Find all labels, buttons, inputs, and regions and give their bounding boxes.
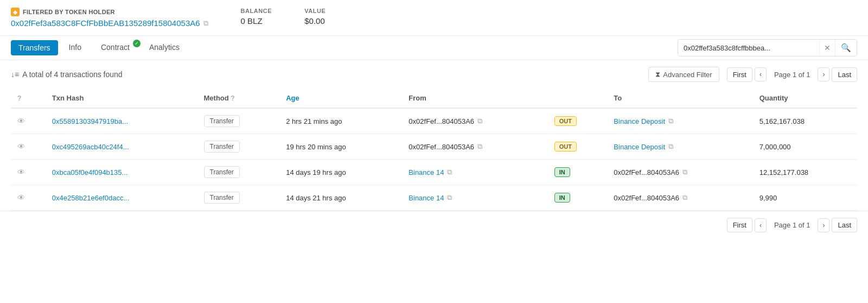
eye-icon[interactable]: 👁 [17,142,25,151]
last-page-button-bottom[interactable]: Last [832,218,857,232]
next-page-button-top[interactable]: › [818,67,829,81]
eye-cell: 👁 [11,185,46,211]
col-direction [548,89,608,108]
from-copy-icon[interactable]: ⧉ [477,117,482,125]
next-page-button-bottom[interactable]: › [818,218,829,232]
from-copy-icon[interactable]: ⧉ [447,168,452,176]
prev-page-button-bottom[interactable]: ‹ [755,218,767,232]
from-cell: Binance 14 ⧉ [402,160,547,185]
to-copy-icon[interactable]: ⧉ [668,142,673,151]
from-address-link[interactable]: Binance 14 [409,194,444,202]
tab-contract[interactable]: Contract ✓ [92,36,138,60]
txn-hash-link[interactable]: 0x4e258b21e6ef0dacc... [52,194,129,202]
filter-funnel-icon: ⧗ [655,70,660,79]
method-cell: Transfer [197,185,280,211]
eye-icon[interactable]: 👁 [17,168,25,176]
top-pagination: ⧗ Advanced Filter First ‹ Page 1 of 1 › … [648,67,857,82]
to-copy-icon[interactable]: ⧉ [682,193,687,202]
eye-cell: 👁 [11,160,46,185]
eye-cell: 👁 [11,108,46,134]
to-cell: Binance Deposit ⧉ [607,134,752,160]
balance-group: BALANCE 0 BLZ [241,8,272,26]
last-page-button-top[interactable]: Last [832,67,857,82]
table-row: 👁 0xc495269acb40c24f4... Transfer 19 hrs… [11,134,857,160]
filter-label: ◆ FILTERED BY TOKEN HOLDER [11,8,208,16]
page-info-bottom: Page 1 of 1 [769,218,816,232]
eye-icon[interactable]: 👁 [17,193,25,202]
toolbar: ↓≡ A total of 4 transactions found ⧗ Adv… [0,60,868,89]
age-cell: 14 days 19 hrs ago [279,160,402,185]
search-button[interactable]: 🔍 [835,40,857,56]
value-group: VALUE $0.00 [304,8,326,26]
quantity-cell: 5,162,167.038 [753,108,857,134]
quantity-value: 7,000,000 [760,143,791,151]
to-cell: 0x02fFef...804053A6 ⧉ [607,160,752,185]
quantity-cell: 12,152,177.038 [753,160,857,185]
col-method: Method ? [197,89,280,108]
question-icon[interactable]: ? [17,94,21,102]
txn-hash-cell: 0xbca05f0e4f094b135... [46,160,197,185]
col-age: Age [279,89,402,108]
sort-icon: ↓≡ [11,70,19,79]
contract-verified-icon: ✓ [133,40,141,47]
first-page-button-bottom[interactable]: First [727,218,752,232]
to-address-link[interactable]: Binance Deposit [614,117,665,125]
direction-badge: OUT [554,142,577,152]
table-row: 👁 0xbca05f0e4f094b135... Transfer 14 day… [11,160,857,185]
eye-icon[interactable]: 👁 [17,117,25,125]
col-txn-hash: Txn Hash [46,89,197,108]
method-badge: Transfer [204,115,240,127]
from-address: 0x02fFef...804053A6 [409,117,474,125]
method-badge: Transfer [204,192,240,204]
from-address-link[interactable]: Binance 14 [409,168,444,176]
quantity-value: 12,152,177.038 [760,168,808,176]
tab-transfers[interactable]: Transfers [11,40,58,55]
from-cell: 0x02fFef...804053A6 ⧉ [402,108,547,134]
to-address: 0x02fFef...804053A6 [614,194,679,202]
tab-info[interactable]: Info [60,36,90,60]
advanced-filter-button[interactable]: ⧗ Advanced Filter [648,67,719,82]
direction-cell: OUT [548,134,608,160]
col-quantity: Quantity [753,89,857,108]
table-row: 👁 0x4e258b21e6ef0dacc... Transfer 14 day… [11,185,857,211]
direction-badge: IN [554,193,570,203]
age-cell: 2 hrs 21 mins ago [279,108,402,134]
tab-analytics[interactable]: Analytics [141,36,188,60]
search-input[interactable] [678,41,819,55]
method-cell: Transfer [197,134,280,160]
txn-hash-cell: 0x55891303947919ba... [46,108,197,134]
col-from: From [402,89,547,108]
direction-cell: IN [548,185,608,211]
txn-hash-link[interactable]: 0x55891303947919ba... [52,117,128,125]
to-copy-icon[interactable]: ⧉ [682,168,687,176]
txn-hash-link[interactable]: 0xc495269acb40c24f4... [52,143,129,151]
col-to: To [607,89,752,108]
bottom-pagination: First ‹ Page 1 of 1 › Last [0,211,868,239]
from-copy-icon[interactable]: ⧉ [477,142,482,151]
search-clear-button[interactable]: ✕ [819,40,835,55]
from-cell: Binance 14 ⧉ [402,185,547,211]
to-cell: Binance Deposit ⧉ [607,108,752,134]
to-cell: 0x02fFef...804053A6 ⧉ [607,185,752,211]
prev-page-button-top[interactable]: ‹ [755,67,767,81]
quantity-cell: 9,990 [753,185,857,211]
method-cell: Transfer [197,160,280,185]
tabs-bar: Transfers Info Contract ✓ Analytics ✕ 🔍 [0,36,868,60]
from-copy-icon[interactable]: ⧉ [447,193,452,202]
method-help-icon[interactable]: ? [231,94,234,102]
age-cell: 14 days 21 hrs ago [279,185,402,211]
search-bar: ✕ 🔍 [678,39,857,56]
copy-address-icon[interactable]: ⧉ [203,19,208,28]
token-holder-address[interactable]: 0x02fFef3a583C8FCfFbBbEAB135289f15804053… [11,18,208,28]
to-copy-icon[interactable]: ⧉ [668,117,673,125]
txn-hash-cell: 0xc495269acb40c24f4... [46,134,197,160]
first-page-button-top[interactable]: First [727,67,752,82]
filter-icon: ◆ [11,8,20,16]
txn-hash-link[interactable]: 0xbca05f0e4f094b135... [52,168,128,176]
direction-cell: OUT [548,108,608,134]
method-badge: Transfer [204,166,240,178]
transactions-table: ? Txn Hash Method ? Age From To Quantity… [0,89,868,211]
to-address-link[interactable]: Binance Deposit [614,143,665,151]
txn-hash-cell: 0x4e258b21e6ef0dacc... [46,185,197,211]
filter-group: ◆ FILTERED BY TOKEN HOLDER 0x02fFef3a583… [11,8,208,28]
